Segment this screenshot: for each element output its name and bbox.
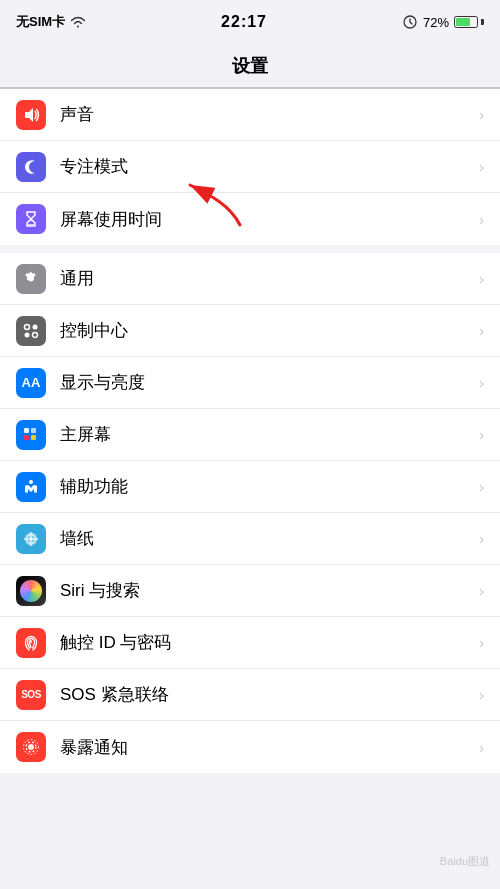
touchid-chevron: › (479, 634, 484, 651)
control-chevron: › (479, 322, 484, 339)
focus-icon (16, 152, 46, 182)
svg-rect-9 (31, 428, 36, 433)
general-icon (16, 264, 46, 294)
wallpaper-chevron: › (479, 530, 484, 547)
svg-marker-2 (25, 108, 33, 122)
touchid-icon-bg (16, 628, 46, 658)
battery-icon (454, 16, 484, 28)
sound-icon (16, 100, 46, 130)
status-bar: 无SIM卡 22:17 72% (0, 0, 500, 44)
focus-chevron: › (479, 158, 484, 175)
homescreen-icon (16, 420, 46, 450)
control-label: 控制中心 (60, 319, 471, 342)
svg-point-6 (25, 332, 30, 337)
accessibility-chevron: › (479, 478, 484, 495)
svg-point-4 (25, 324, 30, 329)
svg-point-24 (28, 744, 34, 750)
display-icon: AA (16, 368, 46, 398)
row-focus[interactable]: 专注模式 › (0, 141, 500, 193)
screentime-label: 屏幕使用时间 (60, 208, 471, 231)
row-exposure[interactable]: 暴露通知 › (0, 721, 500, 773)
svg-point-7 (33, 332, 38, 337)
status-battery-area: 72% (402, 14, 484, 30)
page-title: 设置 (232, 54, 268, 78)
hourglass-icon (22, 210, 40, 228)
gear-icon (22, 270, 40, 288)
grid-icon (22, 426, 40, 444)
svg-point-5 (33, 324, 38, 329)
sos-label: SOS 紧急联络 (60, 683, 471, 706)
speaker-icon (22, 106, 40, 124)
siri-orb (20, 580, 42, 602)
svg-rect-11 (31, 435, 36, 440)
nav-bar: 设置 (0, 44, 500, 88)
row-homescreen[interactable]: 主屏幕 › (0, 409, 500, 461)
display-label: 显示与亮度 (60, 371, 471, 394)
wifi-icon (70, 16, 86, 28)
row-screentime[interactable]: 屏幕使用时间 › (0, 193, 500, 245)
settings-content: 声音 › 专注模式 › 屏幕使用时间 › (0, 88, 500, 889)
svg-point-14 (29, 537, 33, 541)
siri-label: Siri 与搜索 (60, 579, 471, 602)
display-chevron: › (479, 374, 484, 391)
accessibility-label: 辅助功能 (60, 475, 471, 498)
touchid-label: 触控 ID 与密码 (60, 631, 471, 654)
battery-percent-text: 72% (423, 15, 449, 30)
carrier-text: 无SIM卡 (16, 13, 65, 31)
sos-chevron: › (479, 686, 484, 703)
svg-point-23 (30, 641, 32, 643)
row-control[interactable]: 控制中心 › (0, 305, 500, 357)
person-icon (22, 478, 40, 496)
screentime-chevron: › (479, 211, 484, 228)
row-accessibility[interactable]: 辅助功能 › (0, 461, 500, 513)
status-time: 22:17 (221, 13, 267, 31)
moon-icon (22, 158, 40, 176)
wallpaper-label: 墙纸 (60, 527, 471, 550)
general-chevron: › (479, 270, 484, 287)
settings-group-1: 声音 › 专注模式 › 屏幕使用时间 › (0, 88, 500, 245)
sos-text: SOS (21, 689, 41, 700)
exposure-icon-bg (16, 732, 46, 762)
sound-chevron: › (479, 106, 484, 123)
homescreen-label: 主屏幕 (60, 423, 471, 446)
siri-chevron: › (479, 582, 484, 599)
rotation-lock-icon (402, 14, 418, 30)
status-carrier: 无SIM卡 (16, 13, 86, 31)
screentime-icon (16, 204, 46, 234)
aa-text: AA (22, 375, 41, 390)
wallpaper-icon (16, 524, 46, 554)
row-siri[interactable]: Siri 与搜索 › (0, 565, 500, 617)
row-wallpaper[interactable]: 墙纸 › (0, 513, 500, 565)
exposure-icon (21, 737, 41, 757)
row-sound[interactable]: 声音 › (0, 89, 500, 141)
settings-group-2: 通用 › 控制中心 › AA 显示与亮度 › (0, 253, 500, 773)
fingerprint-icon (22, 634, 40, 652)
svg-rect-10 (24, 435, 29, 440)
homescreen-chevron: › (479, 426, 484, 443)
general-label: 通用 (60, 267, 471, 290)
exposure-chevron: › (479, 739, 484, 756)
exposure-label: 暴露通知 (60, 736, 471, 759)
row-display[interactable]: AA 显示与亮度 › (0, 357, 500, 409)
control-center-icon (22, 322, 40, 340)
flower-icon (22, 530, 40, 548)
row-touchid[interactable]: 触控 ID 与密码 › (0, 617, 500, 669)
watermark: Baidu图道 (440, 854, 490, 869)
svg-rect-8 (24, 428, 29, 433)
control-icon (16, 316, 46, 346)
row-sos[interactable]: SOS SOS 紧急联络 › (0, 669, 500, 721)
accessibility-icon (16, 472, 46, 502)
focus-label: 专注模式 (60, 155, 471, 178)
sound-label: 声音 (60, 103, 471, 126)
siri-icon (16, 576, 46, 606)
svg-point-13 (29, 480, 33, 484)
row-general[interactable]: 通用 › (0, 253, 500, 305)
sos-icon-bg: SOS (16, 680, 46, 710)
